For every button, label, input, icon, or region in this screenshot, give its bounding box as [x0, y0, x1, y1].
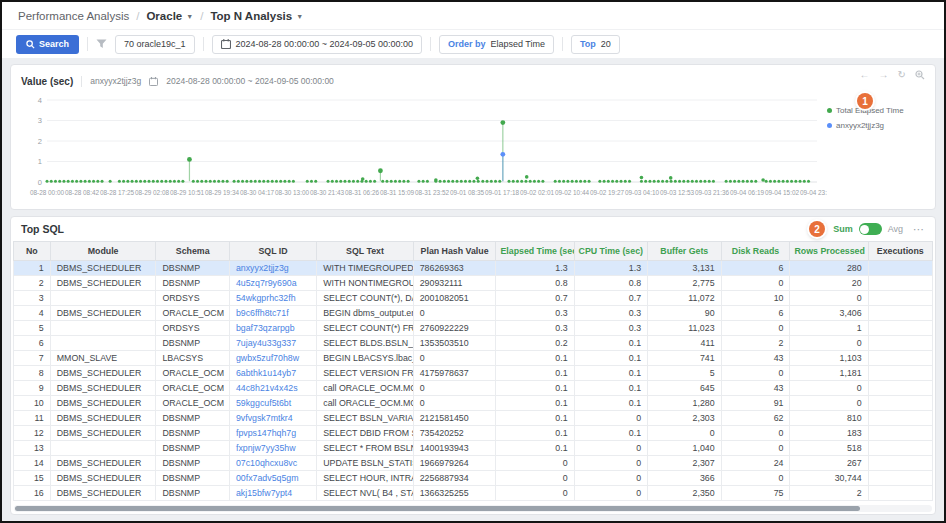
data-point[interactable]: [258, 180, 261, 183]
data-point[interactable]: [708, 180, 711, 183]
table-row[interactable]: 9DBMS_SCHEDULERORACLE_OCM44c8h21v4x42sca…: [14, 381, 933, 396]
data-point[interactable]: [327, 180, 330, 183]
data-point[interactable]: [786, 180, 789, 183]
data-point[interactable]: [118, 180, 121, 183]
data-point[interactable]: [292, 180, 295, 183]
sql-id-link[interactable]: b9c6ffh8tc71f: [236, 308, 289, 318]
data-point[interactable]: [754, 180, 757, 183]
data-point[interactable]: [624, 180, 627, 183]
data-point[interactable]: [699, 180, 702, 183]
data-point[interactable]: [156, 180, 159, 183]
data-point[interactable]: [241, 180, 244, 183]
data-point[interactable]: [644, 180, 647, 183]
data-point[interactable]: [417, 180, 420, 183]
data-point[interactable]: [439, 180, 442, 183]
filter-icon[interactable]: [96, 39, 107, 49]
data-point[interactable]: [678, 180, 681, 183]
table-row[interactable]: 13DBSNMPfxpnjw7yy35hwSELECT * FROM BSLN_…: [14, 441, 933, 456]
data-point[interactable]: [460, 180, 463, 183]
data-point[interactable]: [250, 180, 253, 183]
data-point[interactable]: [512, 180, 515, 183]
data-point[interactable]: [669, 176, 673, 180]
data-point[interactable]: [148, 180, 151, 183]
sql-id-link[interactable]: 07c10qhcxu8vc: [236, 458, 297, 468]
sql-id-link[interactable]: 59kggcuf5t6bt: [236, 398, 291, 408]
data-point[interactable]: [279, 180, 282, 183]
data-point[interactable]: [541, 180, 544, 183]
horizontal-scrollbar[interactable]: [14, 505, 932, 512]
data-point[interactable]: [331, 180, 334, 183]
data-point[interactable]: [381, 180, 384, 183]
data-point[interactable]: [385, 180, 388, 183]
data-point[interactable]: [782, 180, 785, 183]
data-point[interactable]: [306, 180, 309, 183]
data-point[interactable]: [217, 180, 220, 183]
data-point[interactable]: [807, 180, 810, 183]
sql-id-link[interactable]: akj15bfw7ypt4: [236, 488, 292, 498]
sql-id-link[interactable]: fpvps147hqh7g: [236, 428, 296, 438]
data-point[interactable]: [729, 180, 732, 183]
data-point[interactable]: [533, 180, 536, 183]
data-point[interactable]: [566, 180, 569, 183]
table-row[interactable]: 1DBMS_SCHEDULERDBSNMPanxyyx2tjjz3gWITH T…: [14, 261, 933, 276]
data-point[interactable]: [237, 180, 240, 183]
data-point[interactable]: [378, 168, 383, 173]
column-header-no[interactable]: No: [14, 242, 51, 261]
data-point[interactable]: [71, 180, 74, 183]
data-point[interactable]: [434, 178, 438, 182]
chart-refresh-icon[interactable]: ↻: [898, 70, 906, 80]
data-point[interactable]: [472, 180, 475, 183]
data-point[interactable]: [746, 180, 749, 183]
table-row[interactable]: 8DBMS_SCHEDULERORACLE_OCM6abthk1u14yb7SE…: [14, 366, 933, 381]
data-point[interactable]: [494, 180, 497, 183]
data-point[interactable]: [537, 180, 540, 183]
data-point[interactable]: [508, 180, 511, 183]
data-point[interactable]: [486, 180, 489, 183]
data-point[interactable]: [314, 180, 317, 183]
data-point[interactable]: [365, 180, 368, 183]
data-point[interactable]: [703, 180, 706, 183]
sum-label[interactable]: Sum: [833, 224, 853, 234]
data-point[interactable]: [456, 180, 459, 183]
data-point[interactable]: [498, 180, 501, 183]
column-header-sql-text[interactable]: SQL Text: [317, 242, 413, 261]
chart-back-icon[interactable]: ←: [860, 70, 870, 80]
data-point[interactable]: [187, 157, 192, 162]
data-point[interactable]: [373, 180, 376, 183]
data-point[interactable]: [75, 180, 78, 183]
data-point[interactable]: [283, 180, 286, 183]
data-point[interactable]: [101, 180, 104, 183]
table-row[interactable]: 12DBMS_SCHEDULERDBSNMPfpvps147hqh7gSELEC…: [14, 426, 933, 441]
data-point[interactable]: [196, 180, 199, 183]
data-point[interactable]: [516, 180, 519, 183]
data-point[interactable]: [777, 180, 780, 183]
data-point[interactable]: [266, 180, 269, 183]
top-n-selector[interactable]: Top 20: [571, 35, 620, 54]
column-header-module[interactable]: Module: [50, 242, 156, 261]
scrollbar-thumb[interactable]: [15, 506, 860, 511]
data-point[interactable]: [226, 180, 229, 183]
table-row[interactable]: 5ORDSYSbgaf73qzarpgbSELECT COUNT(*) FROM…: [14, 321, 933, 336]
data-point[interactable]: [583, 180, 586, 183]
data-point[interactable]: [803, 180, 806, 183]
avg-label[interactable]: Avg: [888, 224, 903, 234]
sql-id-link[interactable]: 7ujay4u33g337: [236, 338, 296, 348]
data-point[interactable]: [79, 180, 82, 183]
data-point[interactable]: [769, 180, 772, 183]
data-point[interactable]: [765, 180, 768, 183]
sql-id-link[interactable]: 6abthk1u14yb7: [236, 368, 296, 378]
data-point[interactable]: [407, 180, 410, 183]
data-point[interactable]: [262, 180, 265, 183]
table-row[interactable]: 10DBMS_SCHEDULERORACLE_OCM59kggcuf5t6btc…: [14, 396, 933, 411]
data-point[interactable]: [422, 180, 425, 183]
data-point[interactable]: [181, 180, 184, 183]
data-point[interactable]: [335, 180, 338, 183]
column-header-plan-hash-value[interactable]: Plan Hash Value: [413, 242, 496, 261]
sql-id-link[interactable]: anxyyx2tjjz3g: [236, 263, 289, 273]
data-point[interactable]: [464, 180, 467, 183]
data-point[interactable]: [500, 152, 505, 157]
data-point[interactable]: [665, 180, 668, 183]
data-point[interactable]: [245, 180, 248, 183]
column-header-disk-reads[interactable]: Disk Reads: [721, 242, 790, 261]
sql-id-link[interactable]: fxpnjw7yy35hw: [236, 443, 296, 453]
